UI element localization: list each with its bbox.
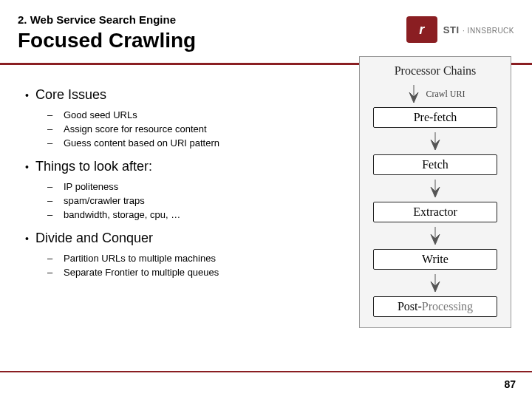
- content-area: • Core Issues –Good seed URLs –Assign sc…: [0, 65, 532, 288]
- bullet-head: Things to look after:: [35, 159, 152, 174]
- bullet-head: Divide and Conquer: [35, 231, 153, 246]
- logo-text-wrap: STI · INNSBRUCK: [443, 23, 514, 36]
- footer-rule: [0, 371, 532, 372]
- sub-list: –IP politeness –spam/crawler traps –band…: [47, 181, 335, 220]
- bullet-item: • Things to look after:: [25, 159, 335, 175]
- sub-item: –spam/crawler traps: [47, 195, 335, 206]
- stage-fetch: Fetch: [373, 154, 497, 175]
- bullet-item: • Core Issues: [25, 87, 335, 103]
- logo-glyph: r: [419, 22, 424, 38]
- stage-extractor: Extractor: [373, 202, 497, 222]
- bullet-item: • Divide and Conquer: [25, 231, 335, 247]
- sub-text: Separate Frontier to multiple queues: [64, 267, 219, 278]
- sub-text: Partition URLs to multiple machines: [64, 253, 216, 264]
- processor-chain-figure: Processor Chains Crawl URI Pre-fetch Fet…: [359, 56, 511, 328]
- arrow-down-icon: [427, 225, 443, 246]
- dash-icon: –: [47, 267, 64, 278]
- stage-postprocessing: Post-Processing: [373, 296, 497, 317]
- sub-item: –Assign score for resource content: [47, 123, 335, 134]
- sub-text: bandwidth, storage, cpu, …: [64, 209, 180, 220]
- chain-arrow: [367, 131, 503, 151]
- crawl-uri-label: Crawl URI: [426, 89, 466, 100]
- sub-text: spam/crawler traps: [64, 195, 145, 206]
- slide-header: 2. Web Service Search Engine Focused Cra…: [0, 0, 532, 58]
- post-prefix: Post-: [398, 300, 422, 313]
- chain-frame: Processor Chains Crawl URI Pre-fetch Fet…: [359, 56, 511, 328]
- sub-item: –bandwidth, storage, cpu, …: [47, 209, 335, 220]
- dash-icon: –: [47, 109, 64, 120]
- sub-item: –IP politeness: [47, 181, 335, 192]
- logo-sub: · INNSBRUCK: [463, 27, 514, 35]
- logo-mark: r: [406, 16, 437, 43]
- dash-icon: –: [47, 209, 64, 220]
- dash-icon: –: [47, 195, 64, 206]
- sub-item: –Partition URLs to multiple machines: [47, 253, 335, 264]
- chain-arrow: [367, 225, 503, 246]
- dash-icon: –: [47, 123, 64, 134]
- bullet-head: Core Issues: [35, 87, 106, 103]
- bullet-dot-icon: •: [25, 87, 35, 103]
- arrow-down-icon: [406, 83, 422, 104]
- sub-list: –Partition URLs to multiple machines –Se…: [47, 253, 335, 278]
- sub-text: Assign score for resource content: [64, 123, 207, 134]
- sub-text: IP politeness: [64, 181, 118, 192]
- bullet-dot-icon: •: [25, 159, 35, 175]
- sub-item: –Good seed URLs: [47, 109, 335, 120]
- chain-arrow: [367, 178, 503, 199]
- chain-arrow: [367, 273, 503, 293]
- logo-brand: STI: [443, 24, 460, 35]
- bullet-dot-icon: •: [25, 231, 35, 247]
- sub-text: Guess content based on URI pattern: [64, 137, 219, 149]
- page-number: 87: [504, 378, 516, 390]
- post-suffix: Processing: [422, 300, 473, 313]
- sub-item: –Separate Frontier to multiple queues: [47, 267, 335, 278]
- sub-item: –Guess content based on URI pattern: [47, 137, 335, 149]
- stage-prefetch: Pre-fetch: [373, 107, 497, 128]
- dash-icon: –: [47, 253, 64, 264]
- stage-write: Write: [373, 249, 497, 270]
- dash-icon: –: [47, 137, 64, 149]
- slide: 2. Web Service Search Engine Focused Cra…: [0, 0, 532, 399]
- chain-arrow-row: Crawl URI: [367, 83, 503, 104]
- arrow-down-icon: [427, 178, 443, 199]
- bullet-column: • Core Issues –Good seed URLs –Assign sc…: [25, 87, 335, 288]
- arrow-down-icon: [427, 273, 443, 293]
- sub-list: –Good seed URLs –Assign score for resour…: [47, 109, 335, 149]
- sub-text: Good seed URLs: [64, 109, 137, 120]
- arrow-down-icon: [427, 131, 443, 151]
- chain-title: Processor Chains: [367, 64, 503, 78]
- dash-icon: –: [47, 181, 64, 192]
- brand-logo: r STI · INNSBRUCK: [406, 16, 514, 43]
